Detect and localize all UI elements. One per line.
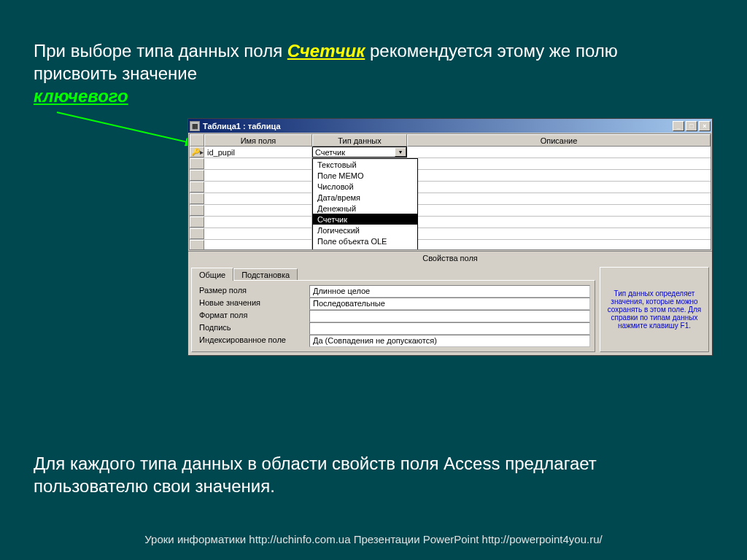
dropdown-option[interactable]: Логический (313, 225, 417, 236)
property-row[interactable]: Новые значенияПоследовательные (196, 298, 590, 310)
minimize-button[interactable]: _ (673, 121, 684, 131)
properties-panel: Общие Подстановка Размер поляДлинное цел… (188, 264, 712, 355)
footer-links: Уроки информатики http://uchinfo.com.ua … (0, 533, 747, 545)
dropdown-option[interactable]: Поле объекта OLE (313, 236, 417, 246)
property-value[interactable] (309, 310, 590, 322)
col-field-name[interactable]: Имя поля (204, 134, 312, 147)
row-selector[interactable]: 🔑▸ (190, 147, 204, 158)
col-data-type[interactable]: Тип данных (312, 134, 407, 147)
titlebar[interactable]: ▦ Таблица1 : таблица _ □ × (188, 119, 712, 133)
property-label: Новые значения (196, 298, 309, 310)
svg-line-0 (57, 112, 197, 144)
window-title: Таблица1 : таблица (203, 122, 673, 131)
primary-key-icon: 🔑▸ (191, 148, 204, 156)
property-label: Индексированное поле (196, 335, 309, 347)
property-value[interactable] (309, 322, 590, 335)
field-name-cell[interactable]: id_pupil (204, 147, 312, 158)
table-row[interactable] (190, 182, 711, 193)
emphasis-key: ключевого (34, 86, 128, 106)
property-value[interactable]: Длинное целое (309, 285, 590, 298)
field-grid: Имя поля Тип данных Описание 🔑▸ id_pupil… (189, 133, 711, 250)
close-button[interactable]: × (699, 121, 711, 131)
dropdown-arrow-icon[interactable]: ▼ (395, 147, 406, 157)
properties-list: Размер поляДлинное целоеНовые значенияПо… (191, 280, 595, 352)
table-row[interactable] (190, 217, 711, 228)
property-value[interactable]: Да (Совпадения не допускаются) (309, 335, 590, 347)
property-label: Размер поля (196, 285, 309, 298)
col-description[interactable]: Описание (407, 134, 711, 147)
tab-lookup[interactable]: Подстановка (233, 268, 298, 280)
arrow-annotation (44, 108, 204, 149)
text-part-1: При выборе типа данных поля (34, 41, 287, 61)
access-table-designer-window: ▦ Таблица1 : таблица _ □ × Имя поля Тип … (187, 118, 713, 356)
data-type-cell[interactable]: Счетчик ▼ (312, 147, 407, 158)
field-properties-label: Свойства поля (188, 251, 712, 264)
property-row[interactable]: Подпись (196, 322, 590, 335)
table-row[interactable] (190, 205, 711, 217)
help-text-panel: Тип данных определяет значения, которые … (600, 267, 709, 352)
maximize-button[interactable]: □ (686, 121, 697, 131)
row-selector-header (190, 134, 204, 147)
grid-header-row: Имя поля Тип данных Описание (190, 134, 711, 147)
dropdown-option[interactable]: Дата/время (313, 192, 417, 203)
dropdown-option[interactable]: Счетчик (313, 214, 417, 225)
property-row[interactable]: Индексированное полеДа (Совпадения не до… (196, 335, 590, 347)
dropdown-option[interactable]: Текстовый (313, 159, 417, 170)
slide-text-bottom: Для каждого типа данных в области свойст… (34, 452, 712, 497)
property-label: Подпись (196, 322, 309, 335)
dropdown-option[interactable]: Денежный (313, 203, 417, 214)
table-row[interactable]: 🔑▸ id_pupil Счетчик ▼ (190, 147, 711, 158)
table-row[interactable] (190, 193, 711, 205)
property-row[interactable]: Размер поляДлинное целое (196, 285, 590, 298)
slide-text-top: При выборе типа данных поля Счетчик реко… (34, 39, 690, 108)
dropdown-option[interactable]: Поле МЕМО (313, 170, 417, 181)
emphasis-counter: Счетчик (287, 41, 365, 61)
tab-general[interactable]: Общие (191, 268, 233, 281)
table-row[interactable] (190, 170, 711, 182)
property-value[interactable]: Последовательные (309, 298, 590, 310)
table-row[interactable] (190, 228, 711, 240)
dropdown-option[interactable]: Числовой (313, 181, 417, 192)
table-row[interactable] (190, 158, 711, 170)
data-type-dropdown[interactable]: ТекстовыйПоле МЕМОЧисловойДата/времяДене… (312, 158, 418, 250)
property-label: Формат поля (196, 310, 309, 322)
table-icon: ▦ (190, 121, 200, 131)
table-row[interactable] (190, 240, 711, 250)
property-row[interactable]: Формат поля (196, 310, 590, 322)
description-cell[interactable] (407, 147, 711, 158)
